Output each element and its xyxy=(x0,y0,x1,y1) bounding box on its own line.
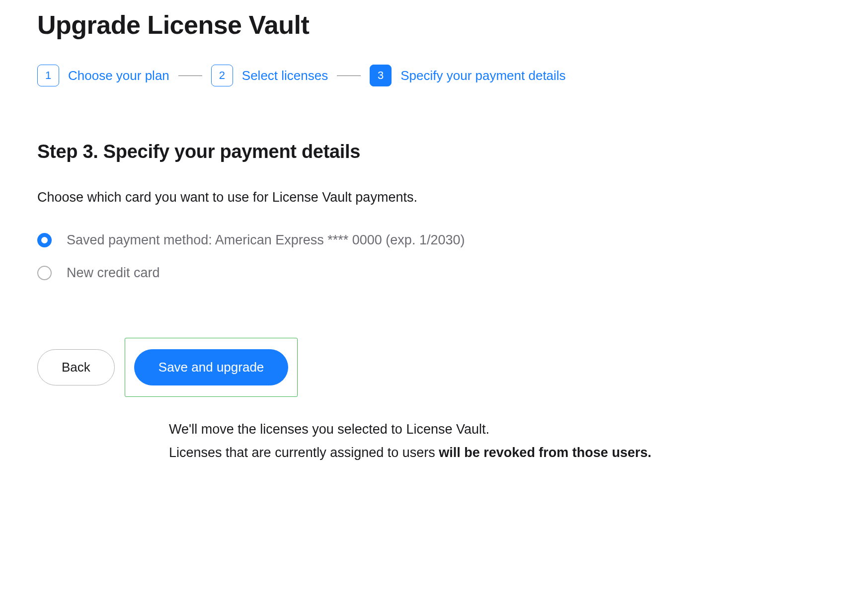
step-2[interactable]: 2 Select licenses xyxy=(211,65,328,86)
radio-saved-payment-label: Saved payment method: American Express *… xyxy=(67,232,465,248)
save-and-upgrade-button[interactable]: Save and upgrade xyxy=(134,349,289,385)
note-line-2-prefix: Licenses that are currently assigned to … xyxy=(169,445,439,460)
step-divider xyxy=(178,76,202,76)
step-divider xyxy=(337,76,361,76)
payment-method-radio-group: Saved payment method: American Express *… xyxy=(37,232,831,281)
radio-icon-checked xyxy=(37,233,52,247)
section-title: Step 3. Specify your payment details xyxy=(37,141,831,162)
step-2-number: 2 xyxy=(211,65,233,86)
radio-new-card[interactable]: New credit card xyxy=(37,265,831,281)
radio-icon-unchecked xyxy=(37,266,52,280)
note-line-2-bold: will be revoked from those users. xyxy=(439,445,651,460)
step-1-number: 1 xyxy=(37,65,59,86)
stepper: 1 Choose your plan 2 Select licenses 3 S… xyxy=(37,65,831,86)
step-2-label: Select licenses xyxy=(242,68,328,83)
step-1-label: Choose your plan xyxy=(68,68,169,83)
radio-new-card-label: New credit card xyxy=(67,265,160,281)
section-description: Choose which card you want to use for Li… xyxy=(37,190,831,205)
note-line-2: Licenses that are currently assigned to … xyxy=(169,443,831,463)
note-line-1: We'll move the licenses you selected to … xyxy=(169,419,831,440)
radio-saved-payment[interactable]: Saved payment method: American Express *… xyxy=(37,232,831,248)
back-button[interactable]: Back xyxy=(37,349,115,385)
page-title: Upgrade License Vault xyxy=(37,10,831,40)
step-3[interactable]: 3 Specify your payment details xyxy=(370,65,565,86)
button-row: Back Save and upgrade xyxy=(37,338,831,397)
step-1[interactable]: 1 Choose your plan xyxy=(37,65,169,86)
step-3-label: Specify your payment details xyxy=(400,68,565,83)
save-button-highlight: Save and upgrade xyxy=(125,338,298,397)
step-3-number: 3 xyxy=(370,65,392,86)
note-block: We'll move the licenses you selected to … xyxy=(169,419,831,462)
